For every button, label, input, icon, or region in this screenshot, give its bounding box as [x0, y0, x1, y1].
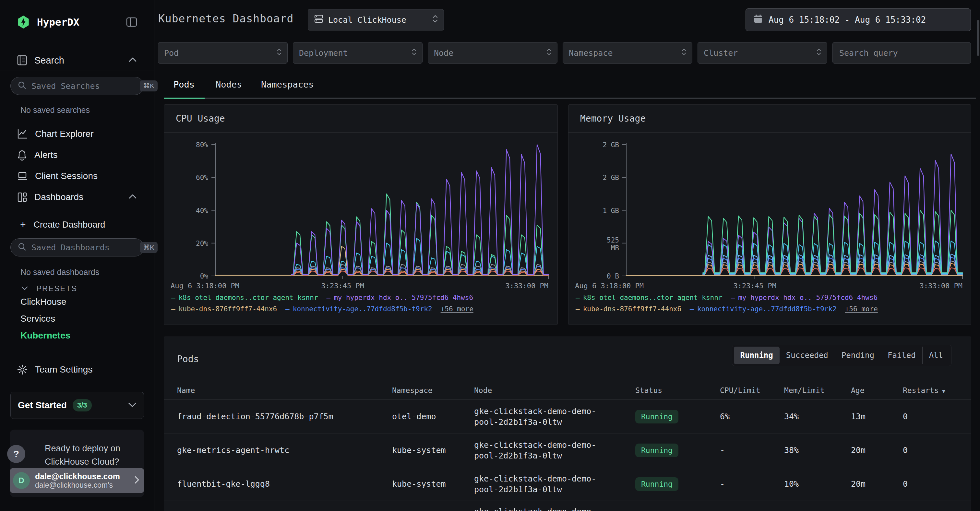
promo-line-1: Ready to deploy on: [45, 442, 120, 455]
help-button[interactable]: ?: [7, 445, 25, 463]
col-namespace[interactable]: Namespace: [392, 386, 474, 395]
sidebar-collapse-icon[interactable]: [126, 17, 137, 27]
search-query-box[interactable]: [832, 42, 971, 64]
preset-kubernetes[interactable]: Kubernetes: [21, 330, 70, 341]
legend-item[interactable]: —k8s-otel-daemons..ctor-agent-ksnnr: [171, 292, 318, 304]
svg-text:0 B: 0 B: [607, 272, 619, 280]
chevron-up-down-icon: [412, 48, 417, 58]
brand-row: HyperDX: [0, 12, 154, 32]
legend-item[interactable]: —k8s-otel-daemons..ctor-agent-ksnnr: [576, 292, 722, 304]
source-select[interactable]: Local ClickHouse: [308, 9, 444, 30]
legend-item[interactable]: —konnectivity-age..77dfdd8f5b-t9rk2: [285, 304, 432, 315]
search-section-label: Search: [34, 55, 64, 66]
legend-item[interactable]: —konnectivity-age..77dfdd8f5b-t9rk2: [690, 304, 837, 315]
question-mark-icon: ?: [13, 449, 19, 460]
tab-nodes[interactable]: Nodes: [216, 80, 242, 89]
pod-namespace: kube-system: [392, 446, 474, 455]
time-range-value: Aug 6 15:18:02 - Aug 6 15:33:02: [768, 15, 926, 25]
create-dashboard-button[interactable]: + Create Dashboard: [0, 216, 154, 233]
col-cpu-limit[interactable]: CPU/Limit: [720, 386, 784, 395]
pod-restarts: 0: [903, 446, 971, 455]
divider: [0, 211, 154, 211]
status-filter-failed[interactable]: Failed: [881, 347, 923, 364]
col-node[interactable]: Node: [474, 386, 635, 395]
col-name[interactable]: Name: [177, 386, 392, 395]
pod-namespace: kube-system: [392, 479, 474, 489]
saved-searches-input[interactable]: ⌘K: [10, 77, 144, 95]
sidebar: HyperDX Search ⌘K No saved searches: [0, 0, 154, 511]
scrollbar-thumb[interactable]: [977, 20, 979, 56]
col-age[interactable]: Age: [851, 386, 903, 395]
col-status[interactable]: Status: [635, 386, 720, 395]
sidebar-item-alerts[interactable]: Alerts: [0, 146, 154, 164]
saved-searches-field[interactable]: [31, 81, 135, 91]
table-row[interactable]: gke-metrics-agent-hrwtc kube-system gke-…: [164, 433, 971, 467]
chevron-up-down-icon: [682, 48, 686, 58]
search-icon: [18, 242, 26, 252]
time-range-picker[interactable]: Aug 6 15:18:02 - Aug 6 15:33:02: [746, 8, 971, 31]
pod-status-filter: Running Succeeded Pending Failed All: [732, 345, 951, 366]
pod-age: 20m: [851, 479, 903, 489]
pod-node: gke-clickstack-demo-demo-pool-2d2b1f3a-0…: [474, 473, 635, 495]
database-icon: [314, 14, 324, 25]
saved-dashboards-input[interactable]: ⌘K: [10, 238, 144, 256]
user-menu[interactable]: D dale@clickhouse.com dale@clickhouse.co…: [10, 468, 144, 493]
search-query-input[interactable]: [838, 48, 965, 58]
status-filter-succeeded[interactable]: Succeeded: [780, 347, 835, 364]
status-filter-running[interactable]: Running: [734, 347, 780, 364]
cpu-usage-chart[interactable]: 0%20%40%60%80%Aug 6 3:18:00 PM3:23:45 PM…: [164, 133, 557, 291]
memory-panel-header: Memory Usage: [568, 105, 971, 133]
presets-toggle[interactable]: PRESETS: [0, 282, 154, 296]
legend-item[interactable]: —kube-dns-876ff9ff7-44nx6: [171, 304, 277, 315]
sidebar-item-search[interactable]: Search: [0, 51, 154, 69]
pod-restarts: 0: [903, 479, 971, 489]
col-restarts[interactable]: Restarts▼: [903, 386, 971, 395]
legend-more-link[interactable]: +56 more: [441, 304, 474, 315]
pod-cpu: -: [720, 479, 784, 489]
chevron-up-down-icon: [547, 48, 551, 58]
status-filter-all[interactable]: All: [923, 347, 950, 364]
cpu-panel-title: CPU Usage: [176, 113, 225, 124]
get-started-box[interactable]: Get Started 3/3: [10, 392, 144, 419]
table-row[interactable]: fluentbit-gke-lggq8 kube-system gke-clic…: [164, 467, 971, 501]
sidebar-item-client-sessions[interactable]: Client Sessions: [0, 167, 154, 185]
col-mem-limit[interactable]: Mem/Limit: [784, 386, 851, 395]
filter-node[interactable]: Node: [428, 42, 557, 64]
pod-status: Running: [635, 477, 720, 491]
tab-pods[interactable]: Pods: [173, 80, 194, 89]
legend-more-link[interactable]: +56 more: [845, 304, 878, 315]
chevron-up-icon[interactable]: [129, 194, 137, 200]
svg-text:Aug 6 3:18:00 PM: Aug 6 3:18:00 PM: [170, 282, 239, 290]
filter-deployment-label: Deployment: [299, 48, 412, 58]
svg-text:80%: 80%: [196, 141, 208, 149]
chart-explorer-icon: [17, 128, 28, 139]
svg-text:3:33:00 PM: 3:33:00 PM: [920, 282, 963, 290]
pod-age: 20m: [851, 446, 903, 455]
pod-mem: 34%: [784, 412, 851, 421]
filter-deployment[interactable]: Deployment: [293, 42, 423, 64]
status-filter-pending[interactable]: Pending: [835, 347, 881, 364]
chevron-up-icon[interactable]: [129, 57, 137, 63]
sidebar-item-team-settings[interactable]: Team Settings: [0, 361, 154, 379]
memory-usage-chart[interactable]: 0 B525MB1 GB2 GB2 GBAug 6 3:18:00 PM3:23…: [568, 133, 971, 291]
preset-clickhouse[interactable]: ClickHouse: [21, 297, 67, 307]
tab-namespaces[interactable]: Namespaces: [261, 80, 314, 89]
table-row-partial[interactable]: gke-clickstack-demo-demo-: [164, 501, 971, 511]
saved-dashboards-field[interactable]: [31, 242, 135, 253]
legend-item[interactable]: —kube-dns-876ff9ff7-44nx6: [576, 304, 681, 315]
preset-services[interactable]: Services: [21, 314, 55, 324]
app-root: HyperDX Search ⌘K No saved searches: [0, 0, 980, 511]
table-row[interactable]: fraud-detection-55776d678b-p7f5m otel-de…: [164, 400, 971, 433]
dashboards-label: Dashboards: [34, 192, 83, 202]
legend-item[interactable]: —my-hyperdx-hdx-o..-57975fcd6-4hws6: [326, 292, 474, 304]
promo-line-2: ClickHouse Cloud?: [45, 455, 120, 468]
filter-namespace[interactable]: Namespace: [563, 42, 692, 64]
sidebar-item-chart-explorer[interactable]: Chart Explorer: [0, 125, 154, 143]
legend-item[interactable]: —my-hyperdx-hdx-o..-57975fcd6-4hws6: [731, 292, 878, 304]
svg-text:20%: 20%: [196, 240, 208, 247]
filter-cluster[interactable]: Cluster: [698, 42, 827, 64]
sidebar-item-dashboards[interactable]: Dashboards: [0, 188, 154, 206]
client-sessions-label: Client Sessions: [35, 171, 98, 181]
filter-pod[interactable]: Pod: [158, 42, 288, 64]
search-section-icon: [17, 55, 27, 66]
